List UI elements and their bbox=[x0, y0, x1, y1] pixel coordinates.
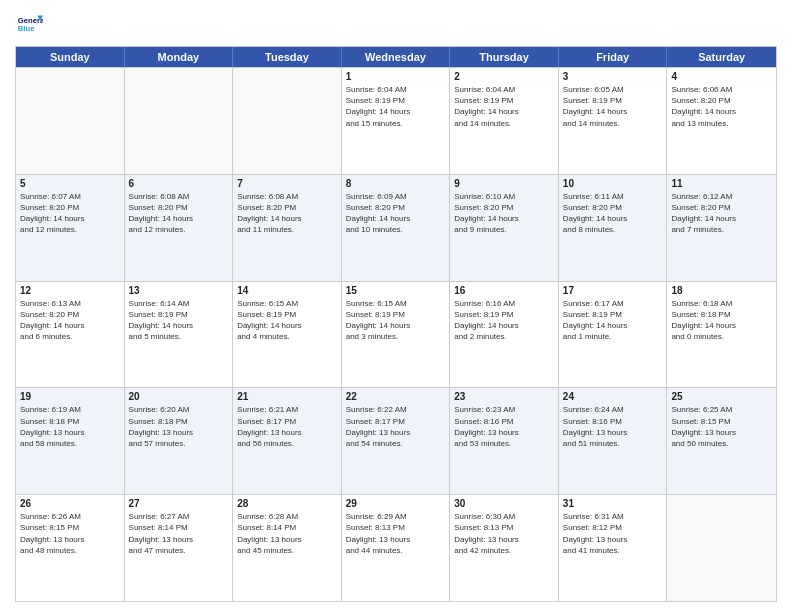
week-row-3: 12Sunrise: 6:13 AM Sunset: 8:20 PM Dayli… bbox=[16, 281, 776, 388]
day-info: Sunrise: 6:06 AM Sunset: 8:20 PM Dayligh… bbox=[671, 84, 772, 129]
logo-icon: General Blue bbox=[15, 10, 43, 38]
day-number: 28 bbox=[237, 498, 337, 509]
day-info: Sunrise: 6:08 AM Sunset: 8:20 PM Dayligh… bbox=[129, 191, 229, 236]
day-cell: 19Sunrise: 6:19 AM Sunset: 8:18 PM Dayli… bbox=[16, 388, 125, 494]
day-number: 27 bbox=[129, 498, 229, 509]
day-info: Sunrise: 6:11 AM Sunset: 8:20 PM Dayligh… bbox=[563, 191, 663, 236]
day-cell: 11Sunrise: 6:12 AM Sunset: 8:20 PM Dayli… bbox=[667, 175, 776, 281]
day-info: Sunrise: 6:12 AM Sunset: 8:20 PM Dayligh… bbox=[671, 191, 772, 236]
header-day-tuesday: Tuesday bbox=[233, 47, 342, 67]
day-info: Sunrise: 6:29 AM Sunset: 8:13 PM Dayligh… bbox=[346, 511, 446, 556]
day-number: 11 bbox=[671, 178, 772, 189]
day-cell: 23Sunrise: 6:23 AM Sunset: 8:16 PM Dayli… bbox=[450, 388, 559, 494]
header-day-monday: Monday bbox=[125, 47, 234, 67]
day-number: 29 bbox=[346, 498, 446, 509]
day-info: Sunrise: 6:07 AM Sunset: 8:20 PM Dayligh… bbox=[20, 191, 120, 236]
day-cell bbox=[125, 68, 234, 174]
day-cell: 12Sunrise: 6:13 AM Sunset: 8:20 PM Dayli… bbox=[16, 282, 125, 388]
day-info: Sunrise: 6:15 AM Sunset: 8:19 PM Dayligh… bbox=[346, 298, 446, 343]
calendar-header: SundayMondayTuesdayWednesdayThursdayFrid… bbox=[16, 47, 776, 67]
day-number: 5 bbox=[20, 178, 120, 189]
day-cell bbox=[16, 68, 125, 174]
day-info: Sunrise: 6:08 AM Sunset: 8:20 PM Dayligh… bbox=[237, 191, 337, 236]
day-cell: 14Sunrise: 6:15 AM Sunset: 8:19 PM Dayli… bbox=[233, 282, 342, 388]
day-cell: 29Sunrise: 6:29 AM Sunset: 8:13 PM Dayli… bbox=[342, 495, 451, 601]
week-row-5: 26Sunrise: 6:26 AM Sunset: 8:15 PM Dayli… bbox=[16, 494, 776, 601]
day-info: Sunrise: 6:04 AM Sunset: 8:19 PM Dayligh… bbox=[454, 84, 554, 129]
day-info: Sunrise: 6:19 AM Sunset: 8:18 PM Dayligh… bbox=[20, 404, 120, 449]
day-number: 13 bbox=[129, 285, 229, 296]
day-number: 17 bbox=[563, 285, 663, 296]
day-cell: 30Sunrise: 6:30 AM Sunset: 8:13 PM Dayli… bbox=[450, 495, 559, 601]
day-cell: 26Sunrise: 6:26 AM Sunset: 8:15 PM Dayli… bbox=[16, 495, 125, 601]
day-info: Sunrise: 6:28 AM Sunset: 8:14 PM Dayligh… bbox=[237, 511, 337, 556]
day-cell: 20Sunrise: 6:20 AM Sunset: 8:18 PM Dayli… bbox=[125, 388, 234, 494]
day-number: 16 bbox=[454, 285, 554, 296]
day-cell: 15Sunrise: 6:15 AM Sunset: 8:19 PM Dayli… bbox=[342, 282, 451, 388]
day-number: 21 bbox=[237, 391, 337, 402]
day-number: 6 bbox=[129, 178, 229, 189]
day-number: 10 bbox=[563, 178, 663, 189]
day-info: Sunrise: 6:10 AM Sunset: 8:20 PM Dayligh… bbox=[454, 191, 554, 236]
header-day-saturday: Saturday bbox=[667, 47, 776, 67]
day-info: Sunrise: 6:21 AM Sunset: 8:17 PM Dayligh… bbox=[237, 404, 337, 449]
day-cell: 16Sunrise: 6:16 AM Sunset: 8:19 PM Dayli… bbox=[450, 282, 559, 388]
day-cell: 27Sunrise: 6:27 AM Sunset: 8:14 PM Dayli… bbox=[125, 495, 234, 601]
day-number: 18 bbox=[671, 285, 772, 296]
day-cell bbox=[233, 68, 342, 174]
day-cell: 1Sunrise: 6:04 AM Sunset: 8:19 PM Daylig… bbox=[342, 68, 451, 174]
day-info: Sunrise: 6:09 AM Sunset: 8:20 PM Dayligh… bbox=[346, 191, 446, 236]
day-cell: 2Sunrise: 6:04 AM Sunset: 8:19 PM Daylig… bbox=[450, 68, 559, 174]
day-info: Sunrise: 6:18 AM Sunset: 8:18 PM Dayligh… bbox=[671, 298, 772, 343]
day-cell: 3Sunrise: 6:05 AM Sunset: 8:19 PM Daylig… bbox=[559, 68, 668, 174]
day-info: Sunrise: 6:22 AM Sunset: 8:17 PM Dayligh… bbox=[346, 404, 446, 449]
week-row-2: 5Sunrise: 6:07 AM Sunset: 8:20 PM Daylig… bbox=[16, 174, 776, 281]
week-row-4: 19Sunrise: 6:19 AM Sunset: 8:18 PM Dayli… bbox=[16, 387, 776, 494]
day-number: 12 bbox=[20, 285, 120, 296]
day-cell: 13Sunrise: 6:14 AM Sunset: 8:19 PM Dayli… bbox=[125, 282, 234, 388]
day-cell: 22Sunrise: 6:22 AM Sunset: 8:17 PM Dayli… bbox=[342, 388, 451, 494]
day-number: 14 bbox=[237, 285, 337, 296]
header-day-thursday: Thursday bbox=[450, 47, 559, 67]
day-info: Sunrise: 6:25 AM Sunset: 8:15 PM Dayligh… bbox=[671, 404, 772, 449]
day-cell: 7Sunrise: 6:08 AM Sunset: 8:20 PM Daylig… bbox=[233, 175, 342, 281]
day-info: Sunrise: 6:31 AM Sunset: 8:12 PM Dayligh… bbox=[563, 511, 663, 556]
header-day-sunday: Sunday bbox=[16, 47, 125, 67]
calendar-body: 1Sunrise: 6:04 AM Sunset: 8:19 PM Daylig… bbox=[16, 67, 776, 601]
day-info: Sunrise: 6:13 AM Sunset: 8:20 PM Dayligh… bbox=[20, 298, 120, 343]
day-number: 20 bbox=[129, 391, 229, 402]
day-number: 24 bbox=[563, 391, 663, 402]
day-number: 8 bbox=[346, 178, 446, 189]
day-info: Sunrise: 6:30 AM Sunset: 8:13 PM Dayligh… bbox=[454, 511, 554, 556]
day-cell: 24Sunrise: 6:24 AM Sunset: 8:16 PM Dayli… bbox=[559, 388, 668, 494]
calendar: SundayMondayTuesdayWednesdayThursdayFrid… bbox=[15, 46, 777, 602]
day-cell: 21Sunrise: 6:21 AM Sunset: 8:17 PM Dayli… bbox=[233, 388, 342, 494]
day-info: Sunrise: 6:24 AM Sunset: 8:16 PM Dayligh… bbox=[563, 404, 663, 449]
day-number: 9 bbox=[454, 178, 554, 189]
header-day-wednesday: Wednesday bbox=[342, 47, 451, 67]
day-number: 3 bbox=[563, 71, 663, 82]
day-number: 30 bbox=[454, 498, 554, 509]
day-cell: 4Sunrise: 6:06 AM Sunset: 8:20 PM Daylig… bbox=[667, 68, 776, 174]
logo: General Blue bbox=[15, 10, 45, 38]
header: General Blue bbox=[15, 10, 777, 38]
day-info: Sunrise: 6:26 AM Sunset: 8:15 PM Dayligh… bbox=[20, 511, 120, 556]
svg-text:Blue: Blue bbox=[18, 24, 35, 33]
day-cell: 8Sunrise: 6:09 AM Sunset: 8:20 PM Daylig… bbox=[342, 175, 451, 281]
day-info: Sunrise: 6:04 AM Sunset: 8:19 PM Dayligh… bbox=[346, 84, 446, 129]
day-cell bbox=[667, 495, 776, 601]
day-number: 31 bbox=[563, 498, 663, 509]
day-number: 25 bbox=[671, 391, 772, 402]
day-cell: 31Sunrise: 6:31 AM Sunset: 8:12 PM Dayli… bbox=[559, 495, 668, 601]
day-info: Sunrise: 6:20 AM Sunset: 8:18 PM Dayligh… bbox=[129, 404, 229, 449]
day-cell: 18Sunrise: 6:18 AM Sunset: 8:18 PM Dayli… bbox=[667, 282, 776, 388]
day-info: Sunrise: 6:27 AM Sunset: 8:14 PM Dayligh… bbox=[129, 511, 229, 556]
day-cell: 5Sunrise: 6:07 AM Sunset: 8:20 PM Daylig… bbox=[16, 175, 125, 281]
day-cell: 6Sunrise: 6:08 AM Sunset: 8:20 PM Daylig… bbox=[125, 175, 234, 281]
day-cell: 17Sunrise: 6:17 AM Sunset: 8:19 PM Dayli… bbox=[559, 282, 668, 388]
day-number: 4 bbox=[671, 71, 772, 82]
day-number: 19 bbox=[20, 391, 120, 402]
day-cell: 10Sunrise: 6:11 AM Sunset: 8:20 PM Dayli… bbox=[559, 175, 668, 281]
day-info: Sunrise: 6:17 AM Sunset: 8:19 PM Dayligh… bbox=[563, 298, 663, 343]
day-number: 26 bbox=[20, 498, 120, 509]
